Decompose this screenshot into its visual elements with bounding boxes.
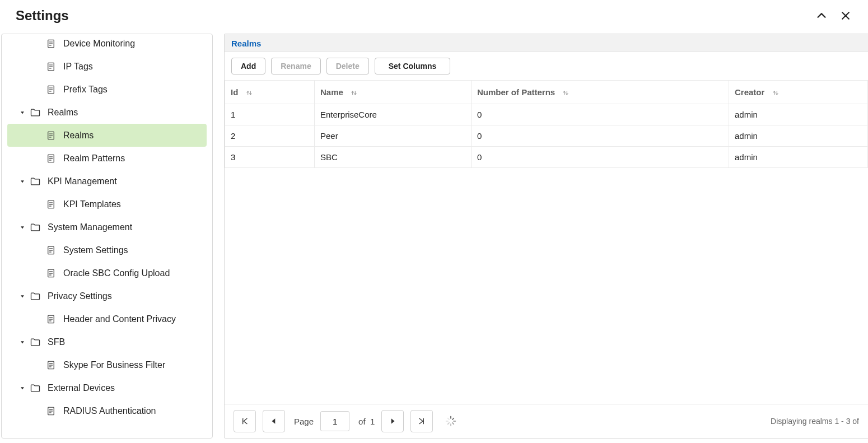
page-first-button[interactable] (234, 410, 256, 432)
col-creator[interactable]: Creator (729, 81, 868, 104)
page-last-button[interactable] (410, 410, 433, 432)
realms-toolbar: Add Rename Delete Set Columns (225, 52, 868, 81)
cell-patterns: 0 (472, 147, 729, 168)
cell-patterns: 0 (472, 104, 729, 125)
cell-name: Peer (315, 125, 472, 147)
page-icon (45, 130, 57, 141)
table-row[interactable]: 2Peer0admin (225, 125, 868, 147)
folder-icon (30, 176, 41, 187)
tree-item[interactable]: IP Tags (2, 55, 212, 78)
svg-line-67 (448, 418, 449, 419)
panel-title: Realms (225, 34, 868, 52)
svg-marker-51 (21, 387, 24, 389)
tree-item[interactable]: Header and Content Privacy (2, 307, 212, 330)
tree-item-label: IP Tags (63, 62, 93, 72)
sort-icon (772, 89, 780, 97)
realms-panel: Realms Add Rename Delete Set Columns Id (224, 34, 868, 439)
page-icon (45, 61, 57, 72)
svg-marker-18 (21, 111, 24, 114)
tree-item[interactable]: Prefix Tags (2, 78, 212, 101)
tree-item-label: SFB (48, 337, 65, 347)
tree-item-label: Device Monitoring (63, 39, 135, 49)
tree-item-label: Privacy Settings (48, 291, 112, 301)
tree-item-label: Skype For Business Filter (63, 360, 165, 370)
tree-item[interactable]: Device Monitoring (2, 34, 212, 55)
page-title: Settings (16, 8, 815, 24)
settings-header: Settings (0, 0, 868, 34)
set-columns-button[interactable]: Set Columns (375, 58, 451, 74)
tree-item[interactable]: Skype For Business Filter (2, 353, 212, 376)
tree-folder[interactable]: External Devices (2, 376, 212, 399)
tree-item-label: Realms (48, 108, 78, 118)
close-icon[interactable] (840, 10, 851, 21)
tree-item[interactable]: System Settings (2, 239, 212, 262)
caret-down-icon[interactable] (18, 108, 26, 118)
svg-marker-57 (272, 418, 276, 423)
tree-folder[interactable]: System Management (2, 216, 212, 239)
realms-table: Id Name Number of Patterns (225, 81, 868, 168)
page-label: Page (294, 417, 314, 426)
sort-icon (245, 89, 253, 97)
rename-button[interactable]: Rename (271, 58, 320, 74)
of-label: of (358, 417, 366, 426)
col-id-label: Id (231, 87, 238, 97)
svg-marker-46 (21, 341, 24, 343)
tree-item-label: Header and Content Privacy (63, 314, 176, 324)
col-creator-label: Creator (735, 87, 764, 97)
pagination-footer: Page of 1 (225, 404, 868, 438)
page-icon (45, 199, 57, 210)
page-next-button[interactable] (381, 410, 404, 432)
caret-down-icon[interactable] (18, 383, 26, 393)
cell-creator: admin (729, 147, 868, 168)
page-icon (45, 38, 57, 49)
add-button[interactable]: Add (231, 58, 265, 74)
caret-down-icon[interactable] (18, 176, 26, 186)
svg-marker-32 (21, 226, 24, 229)
caret-down-icon[interactable] (18, 291, 26, 301)
caret-down-icon[interactable] (18, 337, 26, 347)
page-icon (45, 245, 57, 256)
tree-folder[interactable]: KPI Management (2, 170, 212, 193)
cell-id: 2 (225, 125, 315, 147)
table-header-row: Id Name Number of Patterns (225, 81, 868, 104)
folder-icon (30, 107, 41, 118)
tree-folder[interactable]: Realms (2, 101, 212, 124)
tree-item-label: KPI Management (48, 176, 117, 186)
folder-icon (30, 383, 41, 394)
tree-folder[interactable]: Privacy Settings (2, 285, 212, 307)
cell-creator: admin (729, 125, 868, 147)
sort-icon (562, 89, 570, 97)
tree-item-label: Realm Patterns (63, 153, 125, 164)
page-input[interactable] (320, 411, 349, 431)
caret-down-icon[interactable] (18, 222, 26, 232)
sort-icon (350, 89, 358, 97)
col-patterns[interactable]: Number of Patterns (472, 81, 729, 104)
table-row[interactable]: 3SBC0admin (225, 147, 868, 168)
pagination-status: Displaying realms 1 - 3 of (771, 417, 859, 426)
page-of: of 1 (358, 417, 375, 426)
cell-creator: admin (729, 104, 868, 125)
folder-icon (30, 337, 41, 348)
delete-button[interactable]: Delete (326, 58, 369, 74)
page-icon (45, 405, 57, 417)
col-name[interactable]: Name (315, 81, 472, 104)
tree-item[interactable]: Oracle SBC Config Upload (2, 262, 212, 285)
tree-item[interactable]: Realm Patterns (2, 147, 212, 170)
cell-id: 3 (225, 147, 315, 168)
svg-marker-41 (21, 295, 24, 297)
table-row[interactable]: 1EnterpriseCore0admin (225, 104, 868, 125)
tree-item[interactable]: Realms (7, 124, 207, 147)
page-icon (45, 360, 57, 371)
tree-item-label: System Management (48, 222, 132, 232)
tree-folder[interactable]: SFB (2, 330, 212, 353)
col-id[interactable]: Id (225, 81, 315, 104)
tree-item[interactable]: RADIUS Authentication (2, 399, 212, 422)
realms-table-wrap: Id Name Number of Patterns (225, 81, 868, 404)
settings-tree: Platform DevicesDevice MonitoringIP Tags… (1, 34, 213, 439)
tree-item[interactable]: KPI Templates (2, 193, 212, 216)
svg-line-63 (452, 423, 454, 424)
page-icon (45, 84, 57, 95)
page-prev-button[interactable] (263, 410, 285, 432)
collapse-icon[interactable] (815, 10, 828, 22)
cell-name: EnterpriseCore (315, 104, 472, 125)
